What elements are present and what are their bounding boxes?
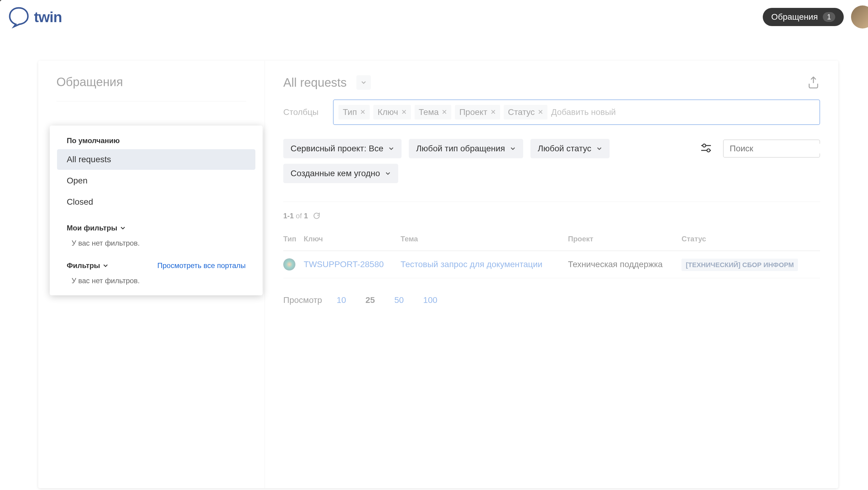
request-project: Техническая поддержка [568, 251, 682, 278]
sidebar-title: Обращения [56, 75, 246, 89]
columns-label: Столбцы [283, 107, 318, 117]
chevron-down-icon [361, 79, 367, 86]
chevron-down-icon [120, 225, 126, 231]
filter-type[interactable]: Любой тип обращения [409, 139, 523, 158]
th-key[interactable]: Ключ [304, 227, 401, 251]
pager: Просмотр 10 25 50 100 [283, 293, 820, 307]
requests-count: 1 [823, 12, 835, 22]
page-title: All requests [283, 76, 347, 90]
th-project[interactable]: Проект [568, 227, 682, 251]
close-icon[interactable]: ✕ [360, 108, 366, 116]
main-content: All requests Столбцы Тип✕ Ключ✕ Тема✕ Пр… [265, 61, 838, 488]
filters-popup: По умолчанию All requests Open Closed Мо… [50, 126, 262, 295]
th-type[interactable]: Тип [283, 227, 304, 251]
request-key-link[interactable]: TWSUPPORT-28580 [304, 260, 384, 269]
tag-type: Тип✕ [338, 105, 370, 120]
sliders-icon [700, 142, 712, 154]
chevron-down-icon [388, 145, 394, 152]
requests-badge-button[interactable]: Обращения 1 [763, 8, 844, 26]
pager-25[interactable]: 25 [361, 293, 380, 307]
popup-default-header: По умолчанию [57, 133, 255, 149]
search-input[interactable] [730, 144, 838, 154]
popup-item-open[interactable]: Open [57, 170, 255, 191]
popup-my-filters-header[interactable]: Мои фильтры [57, 213, 255, 236]
svg-point-0 [703, 144, 706, 147]
export-icon[interactable] [807, 76, 820, 89]
tag-topic: Тема✕ [414, 105, 452, 120]
columns-add-input[interactable] [551, 107, 815, 117]
popup-empty-1: У вас нет фильтров. [57, 236, 255, 251]
pager-100[interactable]: 100 [418, 293, 442, 307]
request-type-icon [283, 258, 296, 270]
logo[interactable]: twin [7, 5, 62, 29]
close-icon[interactable]: ✕ [490, 108, 496, 116]
popup-item-all-requests[interactable]: All requests [57, 149, 255, 170]
request-topic-link[interactable]: Тестовый запрос для документации [401, 260, 542, 269]
tag-project: Проект✕ [455, 105, 500, 120]
th-topic[interactable]: Тема [401, 227, 568, 251]
chevron-down-icon [385, 170, 391, 176]
search-box[interactable] [723, 139, 820, 158]
logo-text: twin [34, 9, 62, 26]
popup-filters-header[interactable]: Фильтры [67, 261, 108, 270]
topbar: twin Обращения 1 [0, 0, 868, 34]
refresh-icon[interactable] [313, 212, 320, 220]
chevron-down-icon [596, 145, 602, 152]
th-status[interactable]: Статус [681, 227, 820, 251]
result-count: 1-1 of 1 [283, 211, 820, 220]
close-icon[interactable]: ✕ [538, 108, 543, 116]
logo-icon [7, 5, 30, 29]
pager-10[interactable]: 10 [332, 293, 351, 307]
title-dropdown-button[interactable] [356, 75, 371, 90]
close-icon[interactable]: ✕ [401, 108, 407, 116]
pager-50[interactable]: 50 [390, 293, 408, 307]
table-row[interactable]: TWSUPPORT-28580 Тестовый запрос для доку… [283, 251, 820, 278]
avatar[interactable] [851, 5, 868, 29]
chevron-down-icon [510, 145, 516, 152]
svg-point-1 [707, 149, 710, 152]
requests-table: Тип Ключ Тема Проект Статус TWSUPPORT-28… [283, 227, 820, 279]
view-all-portals-link[interactable]: Просмотреть все порталы [157, 261, 246, 270]
chevron-down-icon [102, 263, 108, 269]
pager-label: Просмотр [283, 295, 322, 305]
status-badge: [ТЕХНИЧЕСКИЙ] СБОР ИНФОРМ [681, 259, 798, 271]
filter-settings-button[interactable] [696, 138, 716, 159]
popup-empty-2: У вас нет фильтров. [57, 273, 255, 288]
tag-key: Ключ✕ [373, 105, 411, 120]
filter-status[interactable]: Любой статус [530, 139, 610, 158]
columns-tagbox[interactable]: Тип✕ Ключ✕ Тема✕ Проект✕ Статус✕ [333, 99, 820, 125]
filter-creator[interactable]: Созданные кем угодно [283, 164, 398, 183]
filter-project[interactable]: Сервисный проект: Все [283, 139, 402, 158]
popup-item-closed[interactable]: Closed [57, 192, 255, 212]
requests-label: Обращения [771, 12, 818, 22]
tag-status: Статус✕ [504, 105, 548, 120]
close-icon[interactable]: ✕ [442, 108, 447, 116]
